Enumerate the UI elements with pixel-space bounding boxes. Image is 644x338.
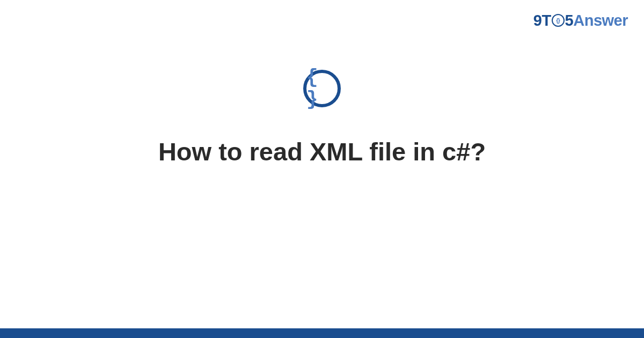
- page-title: How to read XML file in c#?: [137, 137, 507, 166]
- footer-bar: [0, 328, 644, 338]
- logo-text-9t: 9T: [533, 12, 551, 30]
- site-logo: 9T {} 5 Answer: [533, 12, 628, 30]
- logo-o-circle: {}: [552, 14, 565, 27]
- code-braces-icon: { }: [306, 67, 338, 111]
- logo-o-braces-icon: {}: [556, 17, 560, 24]
- category-badge: { }: [303, 70, 341, 107]
- main-content: { } How to read XML file in c#?: [0, 70, 644, 166]
- logo-text-answer: Answer: [573, 12, 628, 30]
- logo-text-5: 5: [565, 12, 574, 30]
